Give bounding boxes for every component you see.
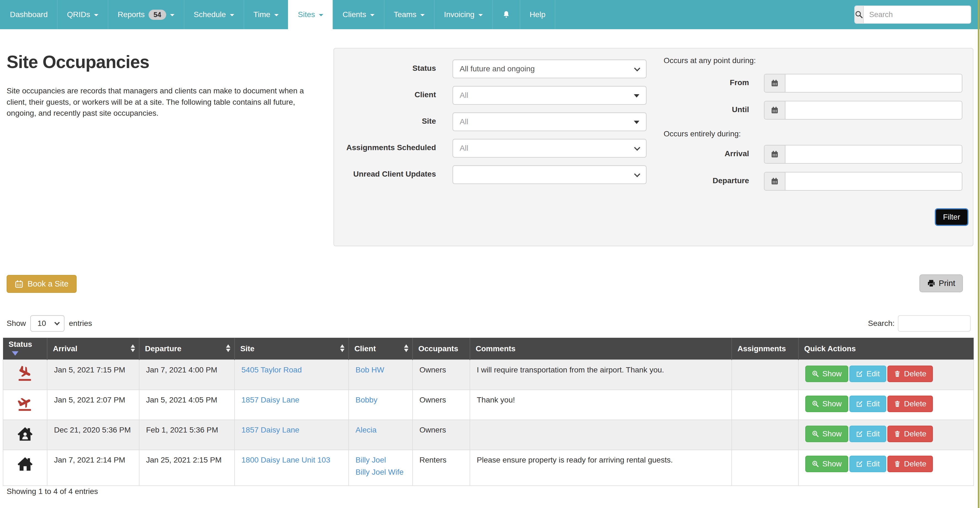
client-link[interactable]: Bob HW (355, 365, 384, 375)
arrival-date-group (764, 145, 963, 164)
delete-button[interactable]: Delete (888, 425, 933, 442)
header-arrival[interactable]: Arrival (47, 338, 139, 360)
client-cell: Alecia (348, 420, 412, 450)
site-link[interactable]: 5405 Taylor Road (242, 365, 302, 375)
edit-button[interactable]: Edit (850, 425, 886, 442)
delete-button[interactable]: Delete (888, 365, 933, 382)
page-length-select[interactable]: 10 (30, 315, 65, 332)
book-a-site-button[interactable]: Book a Site (6, 275, 76, 293)
show-button[interactable]: Show (805, 456, 848, 472)
occupants-cell: Owners (412, 390, 470, 420)
trash-icon (894, 430, 900, 438)
arrival-date-input[interactable] (786, 146, 962, 163)
edit-icon (856, 430, 863, 438)
nav-item-invoicing[interactable]: Invoicing (434, 0, 492, 29)
calendar-icon (771, 151, 778, 158)
delete-button[interactable]: Delete (888, 395, 933, 412)
notifications-bell-button[interactable] (492, 0, 520, 29)
departure-date-input[interactable] (786, 173, 962, 190)
table-search-label: Search: (868, 319, 895, 328)
header-client[interactable]: Client (348, 338, 412, 360)
site-filter-label: Site (334, 117, 436, 125)
chevron-down-icon (170, 14, 175, 16)
assignments-cell (732, 360, 799, 390)
nav-item-sites[interactable]: Sites (288, 0, 332, 29)
nav-item-schedule[interactable]: Schedule (184, 0, 243, 29)
status-cell (3, 390, 47, 420)
dropdown-caret-icon (634, 121, 640, 124)
calendar-addon (765, 75, 786, 92)
edit-button[interactable]: Edit (850, 395, 886, 412)
header-status[interactable]: Status (3, 338, 47, 360)
client-link[interactable]: Alecia (355, 425, 377, 435)
filter-button[interactable]: Filter (935, 208, 969, 226)
client-link[interactable]: Billy Joel Wife (355, 468, 406, 476)
nav-item-dashboard[interactable]: Dashboard (0, 0, 57, 29)
client-cell: Bobby (348, 390, 412, 420)
edit-icon (856, 400, 863, 408)
nav-item-clients[interactable]: Clients (332, 0, 384, 29)
delete-button[interactable]: Delete (888, 456, 933, 472)
trash-icon (894, 400, 900, 408)
status-filter-select[interactable]: All future and ongoing (452, 59, 646, 78)
departure-cell: Jan 7, 2021 4:00 PM (139, 360, 234, 390)
status-filter-label: Status (334, 64, 436, 73)
chevron-down-icon (634, 65, 641, 71)
site-cell: 1800 Daisy Lane Unit 103 (234, 450, 348, 486)
arrival-cell: Jan 5, 2021 7:15 PM (47, 360, 139, 390)
nav-item-reports[interactable]: Reports54 (108, 0, 184, 29)
site-link[interactable]: 1857 Daisy Lane (242, 395, 299, 405)
nav-item-help[interactable]: Help (520, 0, 555, 29)
site-filter-dropdown[interactable]: All (452, 113, 646, 131)
status-cell (3, 360, 47, 390)
sort-icon (130, 344, 135, 352)
search-icon (855, 11, 863, 19)
global-search-input[interactable] (864, 6, 971, 23)
edit-icon (856, 370, 863, 378)
edit-button[interactable]: Edit (850, 365, 886, 382)
show-button[interactable]: Show (805, 365, 848, 382)
header-site[interactable]: Site (234, 338, 348, 360)
nav-item-teams[interactable]: Teams (384, 0, 434, 29)
assignments-scheduled-filter-label: Assignments Scheduled (334, 143, 436, 152)
client-filter-dropdown[interactable]: All (452, 86, 646, 105)
client-link[interactable]: Billy Joel (355, 456, 406, 465)
header-comments: Comments (470, 338, 732, 360)
site-link[interactable]: 1857 Daisy Lane (242, 425, 299, 435)
nav-item-time[interactable]: Time (243, 0, 288, 29)
site-cell: 1857 Daisy Lane (234, 420, 348, 450)
calendar-icon (771, 178, 778, 185)
assignments-scheduled-select[interactable]: All (452, 139, 646, 157)
site-occupancies-table: Status Arrival Departure Site Client Occ… (3, 338, 974, 486)
edit-icon (856, 460, 863, 467)
trash-icon (894, 370, 900, 378)
until-date-input[interactable] (786, 102, 962, 119)
edit-button[interactable]: Edit (850, 456, 886, 472)
comments-cell: Please ensure property is ready for arri… (470, 450, 732, 486)
assignments-cell (732, 420, 799, 450)
departure-cell: Jan 5, 2021 4:05 PM (139, 390, 234, 420)
from-date-input[interactable] (786, 75, 962, 92)
show-label: Show (6, 319, 26, 328)
chevron-down-icon (94, 14, 99, 16)
chevron-down-icon (370, 14, 374, 16)
comments-cell: I will require transportation from the a… (470, 360, 732, 390)
unread-client-updates-select[interactable] (452, 165, 646, 184)
departure-date-group (764, 172, 963, 190)
calendar-icon (15, 280, 23, 288)
printer-icon (927, 279, 935, 287)
show-button[interactable]: Show (805, 425, 848, 442)
plane-departure-icon (17, 395, 33, 412)
zoom-in-icon (812, 370, 819, 378)
nav-item-qrids[interactable]: QRIDs (57, 0, 108, 29)
show-button[interactable]: Show (805, 395, 848, 412)
site-cell: 1857 Daisy Lane (234, 390, 348, 420)
site-link[interactable]: 1800 Daisy Lane Unit 103 (242, 456, 330, 465)
client-link[interactable]: Bobby (355, 395, 377, 405)
header-departure[interactable]: Departure (139, 338, 234, 360)
table-search-input[interactable] (898, 315, 970, 332)
chevron-down-icon (230, 14, 234, 16)
global-search (854, 5, 971, 24)
print-button[interactable]: Print (920, 275, 963, 292)
zoom-in-icon (812, 400, 819, 408)
